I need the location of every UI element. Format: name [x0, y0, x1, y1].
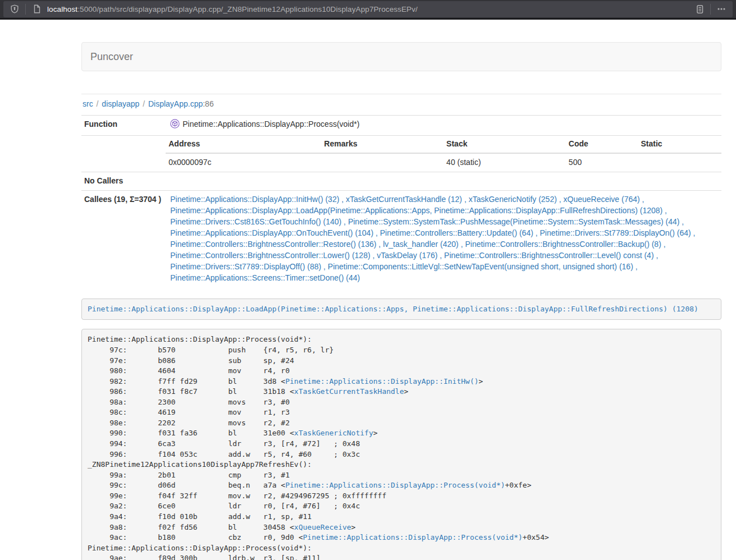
callee-separator: , [662, 206, 667, 215]
asm-line: 986: f031 f8c7 bl 31b18 <xTaskGetCurrent… [88, 387, 715, 397]
callee-link[interactable]: Pinetime::Controllers::BrightnessControl… [465, 240, 661, 249]
asm-line: _ZN8Pinetime12Applications10DisplayApp7R… [88, 460, 715, 470]
callee-link[interactable]: Pinetime::Controllers::BrightnessControl… [444, 251, 653, 260]
callee-link[interactable]: Pinetime::Controllers::Battery::Update()… [380, 228, 533, 237]
selected-callee-box: Pinetime::Applications::DisplayApp::Load… [81, 299, 721, 320]
disassembly-block: Pinetime::Applications::DisplayApp::Proc… [81, 329, 721, 560]
function-table: Function Pinetime::Applications::Display… [81, 115, 721, 287]
callee-separator: , [341, 217, 348, 226]
asm-text: Pinetime::Applications::DisplayApp::Proc… [88, 544, 312, 552]
asm-symbol-link[interactable]: Pinetime::Applications::DisplayApp::Init… [285, 377, 478, 385]
asm-text: +0xfe> [505, 481, 532, 489]
callee-separator: , [533, 228, 540, 237]
toolbar-separator [25, 4, 26, 15]
function-name: Pinetime::Applications::DisplayApp::Proc… [182, 120, 359, 128]
callee-link[interactable]: lv_task_handler (420) [383, 240, 459, 249]
stats-value-address: 0x0000097c [166, 153, 321, 172]
callee-link[interactable]: Pinetime::Applications::DisplayApp::Load… [170, 206, 662, 215]
page-info-icon[interactable] [31, 3, 42, 15]
asm-line: 994: 6ca3 ldr r3, [r4, #72] ; 0x48 [88, 439, 715, 449]
asm-line: 980: 4604 mov r4, r0 [88, 366, 715, 377]
asm-text: 98c: 4619 mov r1, r3 [88, 408, 290, 416]
callee-separator: , [459, 240, 465, 249]
asm-symbol-link[interactable]: Pinetime::Applications::DisplayApp::Proc… [303, 533, 523, 541]
callee-separator: , [462, 195, 469, 204]
callee-link[interactable]: Pinetime::System::SystemTask::PushMessag… [348, 217, 680, 226]
asm-text: _ZN8Pinetime12Applications10DisplayApp7R… [88, 460, 312, 469]
callee-link[interactable]: Pinetime::Controllers::BrightnessControl… [170, 240, 376, 249]
asm-text: 97c: b570 push {r4, r5, r6, lr} [88, 346, 333, 354]
asm-line: 97c: b570 push {r4, r5, r6, lr} [88, 345, 715, 356]
asm-text: 98e: 2202 movs r2, #2 [88, 419, 290, 427]
asm-text: 99c: d06d beq.n a7a < [88, 481, 285, 489]
asm-symbol-link[interactable]: xTaskGenericNotify [294, 429, 373, 437]
asm-symbol-link[interactable]: xQueueReceive [294, 523, 351, 531]
stats-value-row: 0x0000097c40 (static)500 [166, 153, 721, 172]
callee-link[interactable]: Pinetime::Drivers::St7789::DisplayOn() (… [540, 228, 691, 237]
callee-link[interactable]: Pinetime::Components::LittleVgl::SetNewT… [328, 262, 633, 271]
callee-separator: , [654, 251, 659, 260]
callee-link[interactable]: xQueueReceive (764) [564, 195, 640, 204]
callee-link[interactable]: Pinetime::Drivers::St7789::DisplayOff() … [170, 262, 321, 271]
callee-separator: , [339, 195, 346, 204]
asm-line: 9a4: f10d 010b add.w r1, sp, #11 [88, 512, 715, 522]
no-callers-cell [166, 172, 721, 190]
app-navbar: Puncover [81, 42, 721, 71]
callee-link[interactable]: Pinetime::Applications::DisplayApp::OnTo… [170, 228, 373, 237]
asm-line: 99e: f04f 32ff mov.w r2, #4294967295 ; 0… [88, 491, 715, 502]
app-title[interactable]: Puncover [82, 51, 141, 63]
callee-link[interactable]: xTaskGenericNotify (252) [469, 195, 557, 204]
stats-value-stack: 40 (static) [444, 153, 566, 172]
asm-text: 9ac: b180 cbz r0, 9d0 < [88, 533, 303, 541]
callee-separator: , [373, 228, 380, 237]
callees-label: Callees (19, Σ=3704 ) [81, 190, 166, 287]
selected-callee-link[interactable]: Pinetime::Applications::DisplayApp::Load… [88, 305, 698, 313]
url-path: :5000/path/src/displayapp/DisplayApp.cpp… [77, 5, 418, 13]
callee-link[interactable]: vTaskDelay (176) [377, 251, 437, 260]
callee-link[interactable]: Pinetime::Drivers::Cst816S::GetTouchInfo… [170, 217, 341, 226]
asm-symbol-link[interactable]: xTaskGetCurrentTaskHandle [294, 387, 404, 396]
asm-line: 996: f104 053c add.w r5, r4, #60 ; 0x3c [88, 449, 715, 460]
asm-line: 9ae: f89d 300b ldrb.w r3, [sp, #11] [88, 553, 715, 560]
asm-line: 98c: 4619 mov r1, r3 [88, 407, 715, 418]
asm-symbol-link[interactable]: Pinetime::Applications::DisplayApp::Proc… [285, 481, 505, 489]
callee-link[interactable]: xTaskGetCurrentTaskHandle (12) [346, 195, 462, 204]
callees-row: Callees (19, Σ=3704 ) Pinetime::Applicat… [81, 190, 721, 287]
breadcrumb-link[interactable]: DisplayApp.cpp [148, 99, 203, 108]
stats-row-container: AddressRemarksStackCodeStatic 0x0000097c… [81, 135, 721, 172]
callee-link[interactable]: Pinetime::Applications::Screens::Timer::… [170, 273, 360, 282]
breadcrumb-link[interactable]: src [83, 99, 93, 108]
callees-list: Pinetime::Applications::DisplayApp::Init… [166, 190, 721, 287]
breadcrumb-separator: / [93, 99, 102, 108]
asm-text: +0x54> [523, 533, 549, 541]
no-callers-label: No Callers [81, 172, 166, 190]
callee-separator: , [371, 251, 377, 260]
toolbar-separator [710, 4, 711, 15]
overflow-menu-icon[interactable] [716, 3, 727, 15]
breadcrumb-separator: / [139, 99, 148, 108]
asm-line: 9a2: 6ce0 ldr r0, [r4, #76] ; 0x4c [88, 501, 715, 512]
breadcrumb-link[interactable]: displayapp [102, 99, 139, 108]
function-stats-table: AddressRemarksStackCodeStatic 0x0000097c… [166, 136, 721, 172]
asm-text: > [373, 429, 378, 437]
callee-link[interactable]: Pinetime::Applications::DisplayApp::Init… [170, 195, 339, 204]
stats-header-address: Address [166, 136, 321, 153]
asm-line: Pinetime::Applications::DisplayApp::Proc… [88, 543, 715, 554]
callee-separator: , [376, 240, 383, 249]
stats-header-stack: Stack [444, 136, 566, 153]
shield-icon[interactable] [9, 3, 20, 15]
stats-value-code: 500 [566, 153, 638, 172]
callee-link[interactable]: Pinetime::Controllers::BrightnessControl… [170, 251, 370, 260]
breadcrumb-line-number: :86 [203, 99, 213, 108]
callee-separator: , [691, 228, 696, 237]
url-bar[interactable]: localhost:5000/path/src/displayapp/Displ… [3, 1, 733, 17]
callee-separator: , [633, 262, 638, 271]
breadcrumb: src / displayapp / DisplayApp.cpp:86 [81, 99, 721, 108]
reader-mode-icon[interactable] [694, 3, 705, 15]
stats-header-code: Code [566, 136, 638, 153]
asm-text: 9a4: f10d 010b add.w r1, sp, #11 [88, 512, 312, 521]
callee-separator: , [437, 251, 444, 260]
asm-text: 9a8: f02f fd56 bl 30458 < [88, 523, 294, 531]
url-text[interactable]: localhost:5000/path/src/displayapp/Displ… [47, 5, 689, 13]
callee-separator: , [640, 195, 644, 204]
